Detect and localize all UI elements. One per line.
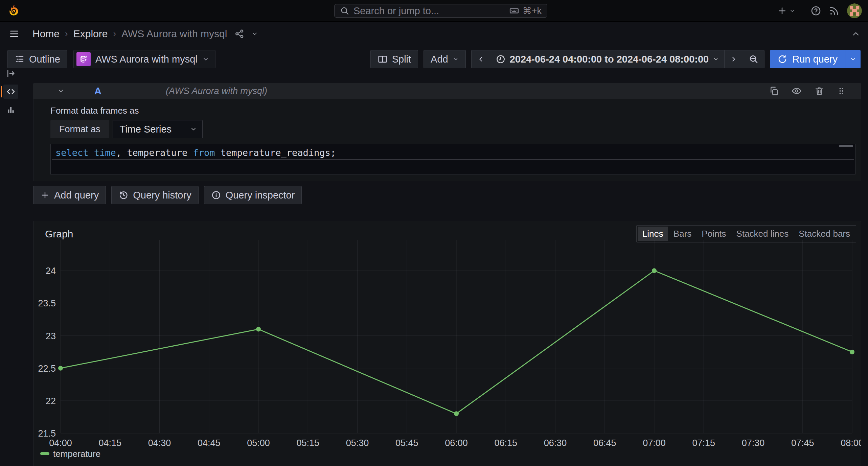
grafana-logo[interactable] <box>7 4 21 18</box>
add-query-button[interactable]: Add query <box>33 186 106 204</box>
sql-query-line[interactable]: select time, temperature from temperatur… <box>52 146 854 160</box>
y-axis-tick-label: 22.5 <box>38 364 56 374</box>
x-axis-tick-label: 07:30 <box>742 438 765 448</box>
menu-toggle-button[interactable] <box>9 28 20 39</box>
sql-token: temperature_readings; <box>215 147 336 158</box>
sidebar-visualization-tab[interactable] <box>3 103 18 117</box>
chevron-down-icon <box>57 87 65 95</box>
drag-handle[interactable] <box>837 86 846 96</box>
sql-token <box>89 147 94 158</box>
x-axis-tick-label: 07:00 <box>643 438 666 448</box>
run-query-options-button[interactable] <box>845 50 861 68</box>
code-icon <box>6 87 16 97</box>
explore-content: A (AWS Aurora with mysql) <box>33 68 861 466</box>
time-range-controls: 2024-06-24 04:00:00 to 2024-06-24 08:00:… <box>471 50 764 68</box>
time-shift-back-button[interactable] <box>472 50 490 68</box>
explore-toolbar: Outline AWS Aurora with mysql <box>0 50 868 68</box>
zoom-out-time-button[interactable] <box>743 50 764 68</box>
collapse-query-row-button[interactable] <box>57 87 65 95</box>
toggle-query-visibility-button[interactable] <box>791 86 802 96</box>
chevron-down-icon <box>713 56 719 62</box>
time-range-picker[interactable]: 2024-06-24 04:00:00 to 2024-06-24 08:00:… <box>490 50 724 68</box>
run-query-button[interactable]: Run query <box>770 50 845 68</box>
editor-scrollbar-thumb[interactable] <box>839 145 853 147</box>
legend-label[interactable]: temperature <box>53 449 100 459</box>
split-view-icon <box>378 54 388 64</box>
sql-token: time <box>94 147 116 158</box>
query-datasource-hint: (AWS Aurora with mysql) <box>166 86 267 96</box>
plus-icon <box>40 190 50 200</box>
add-new-button[interactable] <box>777 6 795 16</box>
data-point <box>256 327 261 331</box>
search-icon <box>340 6 349 16</box>
datasource-icon <box>76 52 91 66</box>
query-ref-id[interactable]: A <box>94 86 101 97</box>
remove-query-button[interactable] <box>814 86 824 96</box>
x-axis-tick-label: 05:45 <box>395 438 418 448</box>
x-axis-tick-label: 04:15 <box>98 438 121 448</box>
breadcrumb-explore[interactable]: Explore <box>73 28 108 40</box>
query-secondary-actions: Add query Query history Query inspector <box>33 186 861 204</box>
collapse-controls-button[interactable] <box>851 29 861 39</box>
share-icon <box>234 29 245 39</box>
history-icon <box>118 190 129 200</box>
format-as-label: Format as <box>50 120 109 138</box>
x-axis-tick-label: 04:30 <box>148 438 171 448</box>
query-editor-body: Format data frames as Format as Time Ser… <box>33 99 861 181</box>
outline-icon <box>15 54 25 64</box>
toolbar-right-actions: Split Add 2024-06-24 04:00 <box>370 50 861 68</box>
rss-icon <box>829 5 840 16</box>
y-axis-tick-label: 22 <box>46 396 56 406</box>
news-button[interactable] <box>829 5 840 16</box>
y-axis-tick-label: 23 <box>46 331 56 341</box>
refresh-icon <box>777 54 787 64</box>
search-shortcut: ⌘+k <box>509 5 542 16</box>
x-axis-tick-label: 06:30 <box>544 438 567 448</box>
chevron-down-icon <box>251 30 258 37</box>
datasource-picker[interactable]: AWS Aurora with mysql <box>73 50 215 68</box>
drag-dots-icon <box>837 86 846 96</box>
query-inspector-button[interactable]: Query inspector <box>204 186 302 204</box>
duplicate-query-button[interactable] <box>769 86 779 96</box>
user-avatar[interactable] <box>847 3 862 18</box>
topbar-divider <box>803 6 803 16</box>
sidebar-expand-pane-button[interactable] <box>3 66 18 80</box>
data-point <box>454 411 459 416</box>
data-point <box>58 366 63 371</box>
query-history-button[interactable]: Query history <box>111 186 198 204</box>
outline-button[interactable]: Outline <box>7 50 67 68</box>
info-circle-icon <box>211 190 221 200</box>
chevron-right-icon <box>730 55 737 63</box>
format-select[interactable]: Time Series <box>113 120 203 138</box>
search-input[interactable] <box>353 5 505 17</box>
format-row: Format as Time Series <box>50 120 855 138</box>
sidebar-queries-tab[interactable] <box>3 85 18 99</box>
split-button[interactable]: Split <box>370 50 418 68</box>
x-axis-tick-label: 05:00 <box>247 438 270 448</box>
x-axis-tick-label: 05:30 <box>346 438 369 448</box>
share-shortlink-button[interactable] <box>234 29 245 39</box>
x-axis-tick-label: 05:15 <box>296 438 319 448</box>
plus-icon <box>777 6 787 16</box>
breadcrumb-home[interactable]: Home <box>32 28 60 40</box>
trash-icon <box>814 86 824 96</box>
format-select-value: Time Series <box>120 124 172 135</box>
pane-right-icon <box>6 68 16 78</box>
help-button[interactable] <box>810 5 821 16</box>
y-axis-tick-label: 23.5 <box>38 298 56 308</box>
x-axis-tick-label: 08:00 <box>841 438 861 448</box>
time-shift-forward-button[interactable] <box>724 50 743 68</box>
zoom-out-icon <box>749 54 759 64</box>
format-section-label: Format data frames as <box>50 106 855 116</box>
x-axis-tick-label: 06:00 <box>445 438 468 448</box>
share-options-button[interactable] <box>251 30 258 37</box>
breadcrumb-bar: Home Explore AWS Aurora with mysql <box>0 22 868 46</box>
sql-token: select <box>55 147 89 158</box>
search-bar[interactable]: ⌘+k <box>334 4 547 18</box>
add-dropdown-button[interactable]: Add <box>424 50 466 68</box>
grafana-explore-app: ⌘+k <box>0 0 868 466</box>
chevron-left-icon <box>477 55 484 63</box>
breadcrumb-separator <box>65 28 68 39</box>
sql-code-editor[interactable]: select time, temperature from temperatur… <box>50 144 855 175</box>
topbar-actions <box>777 3 862 18</box>
